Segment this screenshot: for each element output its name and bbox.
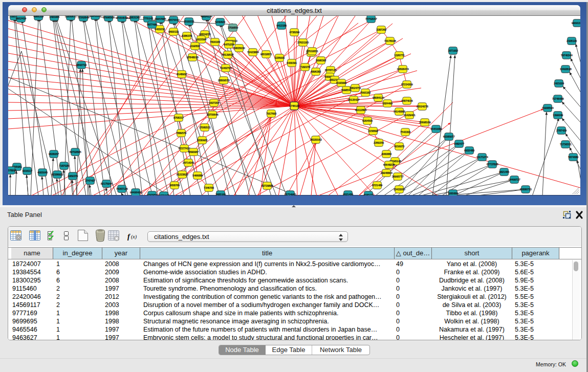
svg-text:8148932: 8148932 [177,73,187,76]
svg-text:8708317: 8708317 [173,116,184,119]
svg-text:9521456: 9521456 [343,193,354,195]
svg-text:0842710: 0842710 [76,63,87,67]
svg-text:1824493: 1824493 [382,102,393,105]
svg-text:62386922: 62386922 [52,173,64,176]
svg-text:4738299: 4738299 [289,31,300,34]
svg-text:64139537: 64139537 [222,53,234,56]
svg-text:7917693: 7917693 [266,112,277,115]
svg-text:1671902: 1671902 [448,49,459,52]
svg-text:65787133: 65787133 [325,69,337,72]
svg-text:7770143: 7770143 [143,17,154,20]
svg-text:0330923: 0330923 [197,139,208,142]
svg-text:0932480: 0932480 [464,149,475,152]
svg-text:4896383: 4896383 [311,70,321,73]
svg-text:4005045: 4005045 [37,171,48,174]
svg-text:7816184: 7816184 [210,40,221,43]
svg-text:9636057: 9636057 [49,152,59,156]
svg-text:5240824: 5240824 [215,20,226,24]
svg-text:7187026: 7187026 [59,164,70,167]
svg-text:02654235: 02654235 [199,33,211,36]
svg-text:13433200: 13433200 [394,188,406,191]
svg-text:94406409: 94406409 [130,191,142,194]
svg-text:72423884: 72423884 [247,51,259,54]
svg-text:34874016: 34874016 [401,99,413,102]
svg-text:9912419: 9912419 [16,17,27,20]
svg-text:13171274: 13171274 [476,156,489,159]
svg-text:7346706: 7346706 [204,186,214,189]
svg-text:6193990: 6193990 [336,81,347,84]
svg-text:01429401: 01429401 [404,114,416,117]
svg-text:6475255: 6475255 [224,43,234,46]
svg-text:4745171: 4745171 [363,193,374,195]
svg-text:9821465: 9821465 [499,170,510,173]
svg-text:85574443: 85574443 [168,18,180,21]
svg-text:3685160: 3685160 [215,193,226,195]
svg-text:00524278: 00524278 [417,105,429,108]
svg-text:7543303: 7543303 [400,130,411,134]
svg-text:2328120: 2328120 [567,39,577,42]
svg-text:86578091: 86578091 [8,169,17,172]
svg-text:71906594: 71906594 [542,106,554,110]
svg-text:9600133: 9600133 [168,30,179,33]
svg-text:55886753: 55886753 [520,188,532,191]
svg-text:54145868: 54145868 [394,110,406,113]
svg-text:1746120: 1746120 [289,104,300,107]
svg-text:62729806: 62729806 [262,184,274,187]
svg-text:1491905: 1491905 [49,16,60,18]
svg-text:87277434: 87277434 [179,147,191,150]
svg-text:9421047: 9421047 [159,194,169,195]
svg-text:29946804: 29946804 [381,171,393,174]
svg-text:7182278: 7182278 [300,65,311,69]
svg-text:3285884: 3285884 [448,192,459,195]
svg-text:76320163: 76320163 [310,138,322,141]
svg-text:9743953: 9743953 [147,193,158,195]
svg-text:9413186: 9413186 [276,24,287,27]
svg-text:67737826: 67737826 [487,163,499,166]
svg-text:80112805: 80112805 [355,108,367,112]
svg-text:4966319: 4966319 [33,16,44,18]
svg-text:65648236: 65648236 [383,163,396,166]
svg-text:5098393: 5098393 [316,59,326,62]
svg-text:15451680: 15451680 [430,127,443,130]
svg-text:6204505: 6204505 [362,119,373,122]
svg-text:3709859: 3709859 [228,26,238,29]
svg-text:97848018: 97848018 [187,56,199,59]
svg-text:04499727: 04499727 [509,178,521,181]
svg-text:8386379: 8386379 [182,34,192,37]
svg-text:81754965: 81754965 [285,193,297,195]
svg-text:7991183: 7991183 [360,91,371,94]
svg-text:5430391: 5430391 [287,61,297,64]
svg-text:76945314: 76945314 [90,16,102,17]
svg-text:4060883: 4060883 [381,152,392,156]
svg-text:79740344: 79740344 [561,54,573,57]
svg-text:71746488: 71746488 [552,97,564,100]
svg-text:13493618: 13493618 [560,68,572,71]
svg-text:1326773: 1326773 [394,54,405,57]
svg-text:4316117: 4316117 [22,169,33,172]
svg-text:28809570: 28809570 [218,79,230,82]
svg-text:96532871: 96532871 [260,53,273,56]
svg-text:1226916: 1226916 [274,56,285,59]
svg-text:99091334: 99091334 [572,21,580,25]
svg-text:34624751: 34624751 [350,86,362,90]
svg-text:3747407: 3747407 [85,179,96,182]
svg-text:8677496: 8677496 [147,23,158,26]
svg-text:2260256: 2260256 [374,141,384,144]
svg-text:8721489: 8721489 [372,184,383,187]
svg-text:87234309: 87234309 [401,83,413,86]
svg-text:34957885: 34957885 [155,17,167,20]
svg-text:7889579: 7889579 [176,132,187,135]
svg-text:27354549: 27354549 [116,16,128,19]
svg-text:37996507: 37996507 [103,16,115,19]
svg-text:4192832: 4192832 [190,45,201,48]
svg-text:3482477: 3482477 [454,142,465,145]
svg-text:3518233: 3518233 [184,20,194,23]
svg-text:37631165: 37631165 [297,41,310,44]
svg-text:25135427: 25135427 [348,98,360,101]
svg-text:1627204: 1627204 [209,101,220,104]
svg-text:49894134: 49894134 [201,16,213,18]
svg-text:80831367: 80831367 [129,16,141,19]
svg-text:98084124: 98084124 [373,96,385,99]
svg-text:2421024: 2421024 [554,82,564,85]
svg-text:f: f [127,233,130,240]
